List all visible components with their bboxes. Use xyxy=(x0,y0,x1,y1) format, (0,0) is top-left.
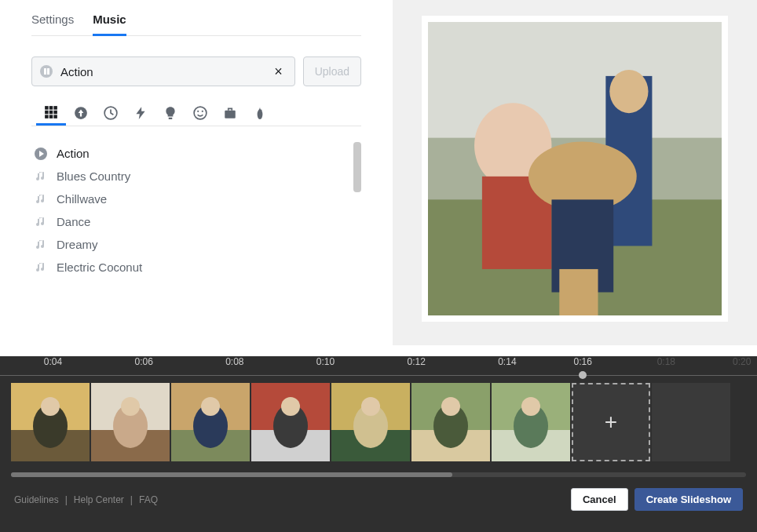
cancel-button[interactable]: Cancel xyxy=(571,488,628,511)
music-list-item-label: Dance xyxy=(57,215,90,228)
svg-rect-1 xyxy=(49,106,53,110)
preview-image xyxy=(422,16,728,322)
svg-point-33 xyxy=(121,397,140,416)
clear-search-icon[interactable]: × xyxy=(271,64,287,79)
music-list-item-label: Action xyxy=(57,147,90,160)
tab-music[interactable]: Music xyxy=(93,8,126,36)
timeline-tick: 0:20 xyxy=(733,356,751,367)
tab-settings[interactable]: Settings xyxy=(31,8,74,35)
music-list-item[interactable]: Dreamy xyxy=(31,233,350,256)
music-list-item-label: Electric Coconut xyxy=(57,261,142,274)
category-bulb-icon[interactable] xyxy=(155,100,185,126)
music-list-item[interactable]: Dance xyxy=(31,210,350,233)
timeline-frames: + xyxy=(0,383,757,465)
svg-point-49 xyxy=(441,397,460,416)
svg-rect-7 xyxy=(49,115,53,118)
timeline-thumbnail[interactable] xyxy=(251,383,330,461)
footer-link-guidelines[interactable]: Guidelines xyxy=(14,494,59,505)
add-frame-button[interactable]: + xyxy=(572,383,650,461)
timeline-scrollbar[interactable] xyxy=(11,472,746,477)
svg-point-41 xyxy=(281,397,300,416)
svg-rect-24 xyxy=(559,269,598,315)
music-list-item-label: Dreamy xyxy=(57,238,98,251)
category-smile-icon[interactable] xyxy=(185,100,215,126)
svg-rect-0 xyxy=(45,106,49,110)
svg-point-12 xyxy=(197,111,199,112)
play-icon xyxy=(35,148,47,160)
timeline-tick: 0:14 xyxy=(498,356,516,367)
category-briefcase-icon[interactable] xyxy=(215,100,245,126)
music-search-input[interactable] xyxy=(60,65,271,78)
music-note-icon xyxy=(35,193,47,206)
category-grid-icon[interactable] xyxy=(36,100,66,126)
music-note-icon xyxy=(35,170,47,183)
timeline-playhead[interactable] xyxy=(579,371,587,379)
timeline-tick: 0:04 xyxy=(44,356,62,367)
music-list: ActionBlues CountryChillwaveDanceDreamyE… xyxy=(31,142,361,291)
music-list-item[interactable]: Electric Coconut xyxy=(31,256,350,279)
svg-point-29 xyxy=(41,397,60,416)
music-list-item-label: Blues Country xyxy=(57,169,130,183)
music-list-item[interactable]: Action xyxy=(31,142,350,165)
timeline-thumbnail[interactable] xyxy=(411,383,490,461)
svg-rect-4 xyxy=(49,110,53,114)
upload-button[interactable]: Upload xyxy=(303,56,361,86)
music-list-item[interactable]: Chillwave xyxy=(31,188,350,210)
svg-rect-14 xyxy=(225,111,236,118)
create-slideshow-button[interactable]: Create Slideshow xyxy=(634,488,743,511)
svg-point-11 xyxy=(194,107,207,119)
timeline-panel: 0:040:060:080:100:120:140:160:180:20 + G… xyxy=(0,356,757,532)
svg-point-37 xyxy=(201,397,220,416)
category-bolt-icon[interactable] xyxy=(126,100,155,126)
music-list-scrollbar[interactable] xyxy=(353,142,361,291)
svg-point-13 xyxy=(202,111,203,112)
music-note-icon xyxy=(35,261,47,274)
svg-rect-5 xyxy=(53,110,57,114)
timeline-thumbnail[interactable] xyxy=(11,383,90,461)
music-list-item-label: Chillwave xyxy=(57,192,107,206)
timeline-tick: 0:10 xyxy=(316,356,335,367)
timeline-thumbnail[interactable] xyxy=(492,383,570,461)
timeline-thumbnail[interactable] xyxy=(331,383,410,461)
music-note-icon xyxy=(35,239,47,251)
svg-rect-17 xyxy=(428,22,722,138)
music-note-icon xyxy=(35,216,47,228)
footer-link-help[interactable]: Help Center xyxy=(74,494,124,505)
svg-point-53 xyxy=(521,397,540,416)
category-fire-icon[interactable] xyxy=(245,100,275,126)
footer-link-faq[interactable]: FAQ xyxy=(139,494,158,505)
timeline-tick: 0:12 xyxy=(408,356,426,367)
timeline-thumbnail[interactable] xyxy=(171,383,250,461)
svg-rect-8 xyxy=(53,115,57,118)
empty-frame-slot xyxy=(652,383,730,461)
timeline-tick: 0:08 xyxy=(225,356,243,367)
timeline-ruler[interactable]: 0:040:060:080:100:120:140:160:180:20 xyxy=(0,356,757,380)
music-search-box[interactable]: × xyxy=(31,56,295,86)
timeline-tick: 0:06 xyxy=(134,356,152,367)
timeline-tick: 0:18 xyxy=(657,356,675,367)
svg-rect-3 xyxy=(45,110,49,114)
timeline-tick: 0:16 xyxy=(574,356,592,367)
category-up-icon[interactable] xyxy=(66,100,96,126)
category-clock-icon[interactable] xyxy=(96,100,126,126)
svg-rect-6 xyxy=(45,115,49,118)
timeline-thumbnail[interactable] xyxy=(91,383,170,461)
music-list-item[interactable]: Blues Country xyxy=(31,165,350,188)
svg-point-25 xyxy=(609,70,648,113)
pause-icon xyxy=(40,65,53,78)
svg-point-45 xyxy=(361,397,380,416)
svg-rect-2 xyxy=(53,106,57,110)
